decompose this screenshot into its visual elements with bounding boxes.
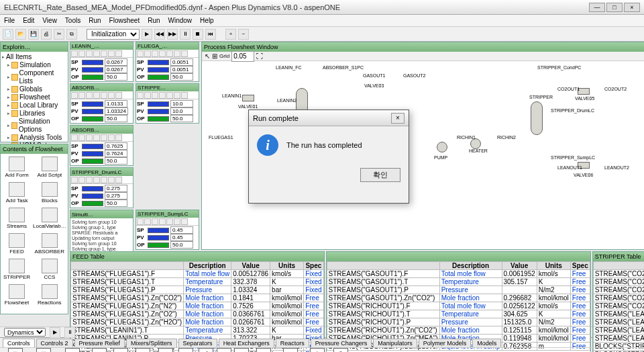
controller-panel[interactable]: STRIPPER_DrumLCSP0.275PV0.275OP50.0	[70, 167, 133, 208]
ctrl-tool-icon[interactable]	[86, 177, 93, 183]
table-row[interactable]: STREAMS("RICHOUT1").PPressure151325.0N/m…	[327, 318, 590, 326]
menu-run[interactable]: Run	[148, 17, 160, 24]
ctrl-tool-icon[interactable]	[101, 92, 107, 99]
palette-item[interactable]: ⇢SignalSel…	[278, 348, 303, 352]
table-row[interactable]: STREAMS("RICHOUT1").FTotal mole flow0.02…	[327, 302, 590, 310]
stop-icon[interactable]: ⏹	[193, 29, 203, 40]
heater-block[interactable]	[470, 138, 481, 149]
cut-icon[interactable]: ✂	[54, 29, 64, 40]
maximize-button[interactable]: □	[606, 3, 623, 12]
palette-tab[interactable]: Separators	[178, 339, 217, 347]
table-row[interactable]: STREAMS("GASOUT1").TTemperature305.157KF…	[327, 278, 590, 286]
controller-panel[interactable]: STRIPPER_SumpLCSP0.45PV0.45OP50.0	[136, 210, 199, 250]
ctrl-tool-icon[interactable]	[108, 92, 115, 99]
ctrl-tool-icon[interactable]	[137, 50, 144, 57]
flowsheet-label[interactable]: VALVE06	[574, 173, 593, 177]
play-icon[interactable]: ▶	[142, 29, 152, 40]
palette-tab[interactable]: Controls 2	[36, 339, 73, 347]
ctrl-tool-icon[interactable]	[71, 92, 78, 99]
table-row[interactable]: STREAMS("GASOUT1").PPressureN/m2Free	[327, 286, 590, 294]
step-back-icon[interactable]: ◀◀	[154, 29, 165, 40]
palette-item[interactable]: ∫PIDIncr	[199, 348, 214, 352]
ctrl-tool-icon[interactable]	[115, 50, 122, 57]
stripper-block[interactable]	[531, 101, 543, 135]
tree-node[interactable]: Globals	[2, 85, 66, 93]
palette-tab[interactable]: Models	[472, 339, 501, 347]
run-mode-select[interactable]: Initialization	[87, 29, 140, 40]
ctrl-tool-icon[interactable]	[115, 134, 122, 141]
palette-item[interactable]: ⬚STREAMS	[4, 348, 27, 352]
flowsheet-label[interactable]: GASOUT1	[363, 73, 385, 78]
table-row[interactable]: STREAMS("CO2OUT1").FTotal mole flow0.001…	[593, 270, 644, 278]
flowsheet-label[interactable]: RICHIN2	[497, 135, 516, 140]
run-play-icon[interactable]: ▶	[50, 327, 60, 338]
ctrl-tool-icon[interactable]	[152, 92, 158, 99]
flowsheet-label[interactable]: LEANIN_FC	[276, 65, 302, 70]
ctrl-tool-icon[interactable]	[101, 134, 107, 141]
ctrl-tool-icon[interactable]	[166, 92, 173, 99]
grid-icon[interactable]: ⊞	[212, 52, 217, 60]
flowsheet-label[interactable]: GASOUT2	[403, 73, 425, 78]
run-pause-icon[interactable]: ⏸	[64, 327, 75, 338]
ctrl-tool-icon[interactable]	[137, 92, 144, 99]
menu-help[interactable]: Help	[200, 17, 214, 24]
palette-item[interactable]: ÷Ratio	[217, 348, 231, 352]
flowsheet-label[interactable]: RICHIN1	[457, 135, 476, 140]
table-row[interactable]: STREAMS("FLUEGAS1").Zn("H2O")Mole fracti…	[71, 318, 324, 326]
palette-item[interactable]: ⋔SplitRange	[306, 348, 329, 352]
table-row[interactable]: STREAMS("FLUEGAS1").Zn("O2")Mole fractio…	[71, 310, 324, 318]
menu-tools[interactable]: Tools	[65, 17, 80, 24]
ctrl-tool-icon[interactable]	[93, 92, 100, 99]
pump-block[interactable]	[437, 142, 447, 152]
ctrl-tool-icon[interactable]	[115, 177, 122, 183]
ctrl-tool-icon[interactable]	[166, 218, 173, 225]
flowsheet-label[interactable]: VALVE01	[238, 104, 258, 109]
ctrl-tool-icon[interactable]	[108, 134, 115, 141]
ctrl-tool-icon[interactable]	[71, 134, 78, 141]
table-row[interactable]: STREAMS("FLUEGAS1").TTemperature332.378K…	[71, 278, 324, 286]
tree-node[interactable]: Local Library	[2, 101, 66, 109]
contents-item[interactable]: Add Task	[3, 182, 30, 204]
palette-tab[interactable]: Heat Exchangers	[219, 339, 274, 347]
open-icon[interactable]: 📂	[15, 29, 26, 40]
menu-edit[interactable]: Edit	[23, 17, 34, 24]
ctrl-tool-icon[interactable]	[115, 92, 122, 99]
palette-item[interactable]: △Comparator	[60, 348, 85, 352]
flowsheet-label[interactable]: PUMP	[434, 155, 447, 160]
tree-root[interactable]: All Items	[2, 53, 66, 61]
ctrl-tool-icon[interactable]	[181, 218, 188, 225]
palette-item[interactable]: ΣMultiSum	[176, 348, 196, 352]
table-row[interactable]: STREAMS("RICHOUT1").Zn("CO2")Mole fracti…	[327, 326, 590, 335]
palette-tab[interactable]: Polymer Models	[419, 339, 472, 347]
ctrl-tool-icon[interactable]	[159, 92, 166, 99]
step-fwd-icon[interactable]: ▶▶	[167, 29, 178, 40]
flowsheet-label[interactable]: LEANOUT2	[604, 165, 629, 170]
print-icon[interactable]: 🖨	[41, 29, 52, 40]
contents-item[interactable]: CCS	[33, 259, 66, 280]
ctrl-tool-icon[interactable]	[86, 92, 93, 99]
pointer-icon[interactable]: ↖	[205, 52, 210, 60]
rewind-icon[interactable]: ⏮	[205, 29, 216, 40]
contents-item[interactable]: ABSORBER	[33, 233, 66, 255]
ctrl-tool-icon[interactable]	[166, 50, 173, 57]
dialog-close-button[interactable]: ×	[391, 113, 405, 124]
close-button[interactable]: ×	[624, 3, 640, 12]
dialog-titlebar[interactable]: Run complete ×	[249, 110, 409, 126]
ctrl-tool-icon[interactable]	[78, 92, 85, 99]
ctrl-tool-icon[interactable]	[71, 50, 78, 57]
menu-view[interactable]: View	[42, 17, 57, 24]
ctrl-tool-icon[interactable]	[159, 50, 166, 57]
valve01-block[interactable]	[242, 95, 254, 101]
flowsheet-label[interactable]: CO2OUT1	[557, 87, 580, 91]
contents-item[interactable]: Reactions	[33, 284, 66, 306]
flowsheet-label[interactable]: VALVE05	[575, 96, 594, 101]
ctrl-tool-icon[interactable]	[78, 177, 85, 183]
table-row[interactable]: STREAMS("FLUEGAS1").PPressure1.03324barF…	[71, 286, 324, 294]
dialog-ok-button[interactable]: 확인	[360, 168, 400, 182]
ctrl-tool-icon[interactable]	[101, 50, 107, 57]
tree-node[interactable]: Flowsheet	[2, 93, 66, 101]
menu-flowsheet[interactable]: Flowsheet	[109, 17, 140, 24]
save-icon[interactable]: 💾	[28, 29, 39, 40]
table-row[interactable]: STREAMS("CO2OUT1").PPressure68947.6N/m2F…	[593, 286, 644, 294]
contents-item[interactable]: FEED	[3, 233, 30, 255]
